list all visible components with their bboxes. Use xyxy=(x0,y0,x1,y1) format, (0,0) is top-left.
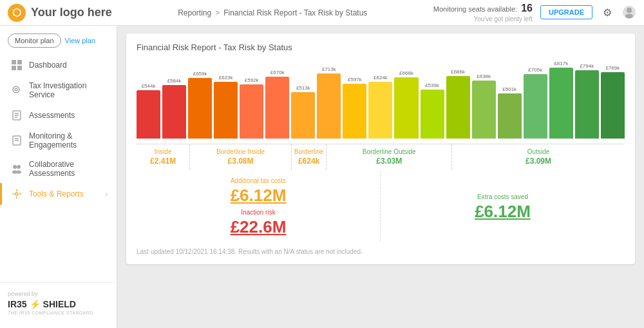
user-avatar-icon[interactable] xyxy=(622,5,636,19)
report-card: Financial Risk Report - Tax Risk by Stat… xyxy=(126,34,635,264)
breadcrumb-separator: > xyxy=(215,8,220,17)
bar-label-14: £501k xyxy=(502,86,516,92)
svg-rect-6 xyxy=(17,66,22,70)
bar-wrapper-9: £624k xyxy=(368,75,392,139)
last-updated-text: Last updated 10/12/2021 16:14:38. Result… xyxy=(137,248,625,255)
assessments-icon xyxy=(11,110,23,121)
bar-label-12: £686k xyxy=(451,69,465,75)
main-layout: Monitor plan View plan Dashboard Tax Inv… xyxy=(0,26,644,328)
bar-wrapper-0: £544k xyxy=(137,83,160,139)
sidebar-item-monitoring[interactable]: Monitoring & Engagements xyxy=(0,126,117,155)
logo-icon: ⬡ xyxy=(12,6,21,19)
section-value-borderline-inside: £3.08M xyxy=(193,157,289,166)
bar-label-4: £592k xyxy=(245,77,259,83)
bar-label-3: £623k xyxy=(219,75,233,81)
sections-row: Inside£2.41MBorderline Inside£3.08MBorde… xyxy=(137,144,625,169)
sidebar-item-tax-investigation[interactable]: Tax Investigation Service xyxy=(0,76,117,104)
dashboard-icon xyxy=(11,59,23,71)
tools-icon xyxy=(11,188,23,200)
sidebar-item-dashboard-label: Dashboard xyxy=(29,61,108,70)
bar-wrapper-12: £686k xyxy=(446,69,470,139)
svg-rect-5 xyxy=(12,66,16,70)
sidebar-item-dashboard[interactable]: Dashboard xyxy=(0,54,117,76)
svg-rect-4 xyxy=(17,60,22,64)
bar-8 xyxy=(343,84,366,139)
bar-label-13: £638k xyxy=(477,73,491,79)
upgrade-button[interactable]: UPGRADE xyxy=(540,5,592,19)
breadcrumb: Reporting > Financial Risk Report - Tax … xyxy=(178,8,367,17)
svg-point-20 xyxy=(15,193,18,195)
bar-label-10: £668k xyxy=(399,70,413,76)
sidebar-bottom: powered by IR35 ⚡ SHIELD THE IR35 COMPLI… xyxy=(0,282,117,323)
tools-chevron-icon: › xyxy=(106,191,108,198)
chart-container: £544k£584k£659k£623k£592k£670k£513k£713k… xyxy=(137,61,625,139)
bar-12 xyxy=(446,76,470,139)
svg-point-1 xyxy=(627,8,632,13)
sidebar-plan-buttons: Monitor plan View plan xyxy=(0,31,117,54)
ir35-text: IR35 xyxy=(8,299,27,309)
powered-by-label: powered by xyxy=(8,291,109,297)
settings-icon[interactable]: ⚙ xyxy=(600,5,614,19)
bar-wrapper-14: £501k xyxy=(498,86,522,139)
section-value-borderline: £624k xyxy=(294,157,324,166)
view-plan-link[interactable]: View plan xyxy=(65,34,96,48)
section-value-outside: £3.09M xyxy=(455,157,622,166)
sidebar-item-monitoring-label: Monitoring & Engagements xyxy=(29,131,108,150)
sidebar-item-assessments-label: Assessments xyxy=(29,111,108,120)
sidebar-item-tools[interactable]: Tools & Reports › xyxy=(0,183,117,205)
bar-wrapper-4: £592k xyxy=(240,77,263,139)
bar-17 xyxy=(575,70,599,139)
section-borderline-outside: Borderline Outside£3.03M xyxy=(327,144,452,169)
bar-label-8: £597k xyxy=(348,77,362,82)
bar-label-5: £670k xyxy=(270,70,285,75)
bar-16 xyxy=(549,68,573,139)
section-title-outside: Outside xyxy=(455,148,622,155)
section-borderline: Borderline£624k xyxy=(292,144,327,169)
bar-label-16: £817k xyxy=(554,61,568,66)
bar-label-17: £794k xyxy=(580,63,594,69)
monitor-plan-button[interactable]: Monitor plan xyxy=(8,34,61,48)
svg-point-19 xyxy=(16,171,21,174)
section-title-borderline-outside: Borderline Outside xyxy=(329,148,449,155)
bar-13 xyxy=(472,81,496,139)
section-value-borderline-outside: £3.03M xyxy=(329,157,449,166)
monitoring-seats-info: Monitoring seats available: 16 You've go… xyxy=(433,2,533,24)
logo-circle: ⬡ xyxy=(8,4,26,22)
bar-2 xyxy=(188,78,212,139)
breadcrumb-root: Reporting xyxy=(178,8,211,17)
monitoring-icon xyxy=(11,135,23,146)
svg-rect-3 xyxy=(12,60,16,64)
inaction-label: Inaction risk xyxy=(241,209,275,216)
bar-label-1: £584k xyxy=(167,78,182,84)
sidebar-item-assessments[interactable]: Assessments xyxy=(0,104,117,126)
collaborative-icon xyxy=(11,163,23,175)
bar-10 xyxy=(394,77,418,139)
breadcrumb-current: Financial Risk Report - Tax Risk by Stat… xyxy=(223,8,367,17)
bar-wrapper-17: £794k xyxy=(575,63,599,139)
sidebar-item-tax-label: Tax Investigation Service xyxy=(29,81,108,99)
bar-1 xyxy=(162,85,186,139)
bar-wrapper-1: £584k xyxy=(162,78,186,139)
bar-wrapper-8: £597k xyxy=(343,77,366,139)
bar-wrapper-7: £713k xyxy=(317,66,341,139)
header-right: Monitoring seats available: 16 You've go… xyxy=(433,2,636,24)
brand-shield-icon: ⚡ xyxy=(30,299,41,309)
sidebar-item-collaborative[interactable]: Collaborative Assessments xyxy=(0,155,117,183)
logo-text: Your logo here xyxy=(31,6,112,19)
bar-14 xyxy=(498,93,522,139)
seats-count: 16 xyxy=(521,3,533,14)
bar-0 xyxy=(137,90,160,139)
bar-wrapper-2: £659k xyxy=(188,71,212,139)
header-left: ⬡ Your logo here xyxy=(8,4,112,22)
bar-7 xyxy=(317,73,341,139)
inaction-value: £22.6M xyxy=(231,218,287,235)
svg-point-16 xyxy=(13,165,17,169)
bar-label-0: £544k xyxy=(142,83,156,89)
bar-4 xyxy=(240,84,263,139)
section-title-inside: Inside xyxy=(139,148,187,155)
bars-area: £544k£584k£659k£623k£592k£670k£513k£713k… xyxy=(137,61,625,139)
bar-wrapper-6: £513k xyxy=(291,85,315,139)
bar-15 xyxy=(524,74,547,139)
bar-wrapper-18: £769k xyxy=(601,65,625,139)
section-title-borderline-inside: Borderline Inside xyxy=(193,148,289,155)
